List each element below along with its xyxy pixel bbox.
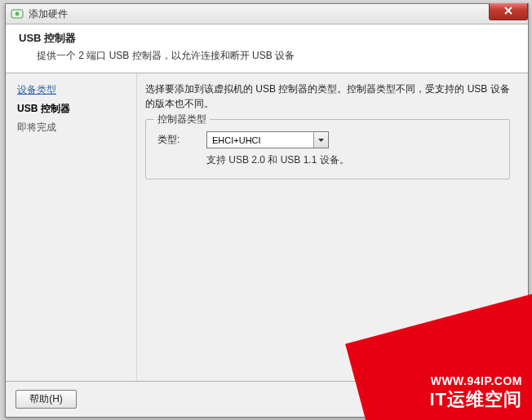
svg-point-1 [16,12,20,16]
type-hint: 支持 USB 2.0 和 USB 1.1 设备。 [206,153,498,167]
back-button-label: < 上一步 [468,392,506,406]
fieldset-legend: 控制器类型 [154,113,210,126]
sidebar-item-device-type[interactable]: 设备类型 [17,83,131,97]
controller-type-fieldset: 控制器类型 类型: EHCI+UHCI 支持 USB 2.0 和 USB 1.1… [145,119,510,179]
help-button[interactable]: 帮助(H) [16,390,77,409]
controller-type-select[interactable]: EHCI+UHCI [206,131,329,148]
window-title: 添加硬件 [29,7,68,21]
sidebar-item-ready-to-complete: 即将完成 [17,121,131,135]
sidebar-item-usb-controller: USB 控制器 [17,102,131,116]
dialog-footer: 帮助(H) < 上一步 [6,382,528,417]
wizard-sidebar: 设备类型 USB 控制器 即将完成 [6,73,136,381]
header-pane: USB 控制器 提供一个 2 端口 USB 控制器，以允许连接和断开 USB 设… [6,24,528,73]
add-hardware-dialog: 添加硬件 USB 控制器 提供一个 2 端口 USB 控制器，以允许连接和断开 … [5,3,529,418]
type-label: 类型: [157,133,206,147]
header-subtitle: 提供一个 2 端口 USB 控制器，以允许连接和断开 USB 设备 [37,49,515,63]
chevron-down-icon [313,132,328,148]
content-pane: 选择要添加到该虚拟机的 USB 控制器的类型。控制器类型不同，受支持的 USB … [136,73,528,381]
header-title: USB 控制器 [19,31,515,46]
controller-type-value: EHCI+UHCI [212,135,261,145]
help-button-label: 帮助(H) [29,392,63,406]
dialog-body: 设备类型 USB 控制器 即将完成 选择要添加到该虚拟机的 USB 控制器的类型… [6,73,528,382]
content-description: 选择要添加到该虚拟机的 USB 控制器的类型。控制器类型不同，受支持的 USB … [145,82,510,111]
back-button[interactable]: < 上一步 [457,390,518,409]
titlebar: 添加硬件 [6,4,528,24]
close-button[interactable] [489,3,528,20]
app-icon [11,7,24,20]
close-icon [504,6,512,17]
